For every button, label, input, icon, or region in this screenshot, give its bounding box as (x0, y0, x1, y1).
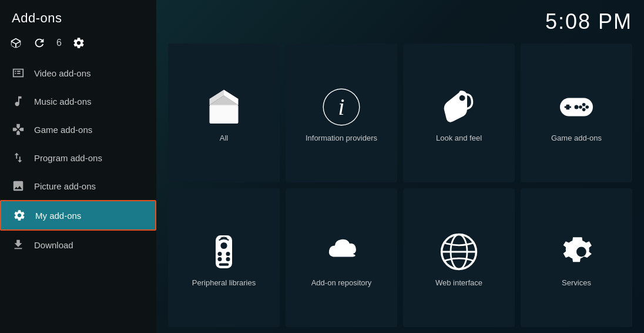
sidebar-item-program[interactable]: Program add-ons (0, 144, 156, 172)
sidebar-item-game[interactable]: Game add-ons (0, 115, 156, 144)
grid-item-services-label: Services (562, 278, 591, 287)
video-icon (11, 65, 26, 81)
svg-point-16 (582, 108, 586, 111)
grid-item-services[interactable]: Services (521, 188, 632, 327)
sidebar-toolbar: 6 (0, 32, 156, 59)
remote-icon (203, 231, 244, 272)
main-content: 5:08 PM All (156, 0, 644, 333)
svg-point-18 (575, 105, 579, 109)
sidebar-item-my-addons-label: My add-ons (35, 211, 81, 221)
info-icon: i (321, 86, 362, 128)
box-icon (203, 86, 244, 128)
grid-item-all[interactable]: All (168, 44, 280, 182)
svg-rect-13 (565, 106, 571, 108)
update-badge-wrap: 6 (56, 38, 62, 48)
my-addons-icon (12, 208, 27, 223)
grid-item-all-label: All (220, 134, 228, 142)
gamepad-nav-icon (11, 122, 26, 137)
addon-grid: All i Information providers (168, 44, 632, 327)
grid-item-repo[interactable]: Add-on repository (286, 188, 397, 327)
look-icon (438, 86, 479, 128)
picture-icon (11, 178, 26, 194)
grid-item-peripheral[interactable]: Peripheral libraries (168, 188, 280, 327)
svg-point-15 (585, 105, 589, 109)
grid-item-game-label: Game add-ons (551, 134, 602, 142)
grid-item-game-addons[interactable]: Game add-ons (521, 44, 632, 182)
sidebar-item-video[interactable]: Video add-ons (0, 59, 156, 87)
svg-rect-25 (219, 263, 229, 265)
gear-icon (556, 231, 597, 272)
sidebar-item-download-label: Download (34, 240, 73, 250)
svg-point-22 (226, 252, 230, 256)
svg-point-20 (220, 242, 227, 248)
clock: 5:08 PM (545, 9, 632, 34)
grid-item-info[interactable]: i Information providers (286, 44, 397, 182)
refresh-icon[interactable] (33, 36, 46, 49)
page-title: Add-ons (0, 0, 156, 32)
program-icon (11, 150, 26, 165)
install-icon[interactable] (9, 36, 22, 49)
grid-item-look-label: Look and feel (436, 134, 482, 142)
sidebar-item-picture[interactable]: Picture add-ons (0, 172, 156, 200)
sidebar-item-video-label: Video add-ons (34, 68, 90, 78)
sidebar-item-download[interactable]: Download (0, 231, 156, 259)
grid-item-peripheral-label: Peripheral libraries (192, 278, 256, 287)
svg-point-14 (582, 103, 586, 106)
grid-item-web[interactable]: Web interface (403, 188, 515, 327)
grid-item-repo-label: Add-on repository (311, 278, 372, 287)
sidebar-item-my-addons[interactable]: My add-ons (0, 200, 156, 231)
grid-item-look[interactable]: Look and feel (403, 44, 515, 182)
svg-point-17 (579, 105, 582, 109)
gamepad-icon (556, 86, 597, 128)
sidebar-nav: Video add-ons Music add-ons Game add-ons (0, 59, 156, 333)
sidebar-item-program-label: Program add-ons (34, 153, 102, 163)
svg-rect-6 (210, 105, 238, 123)
svg-point-23 (218, 257, 222, 261)
download-icon (11, 237, 26, 252)
sidebar-item-game-label: Game add-ons (34, 125, 92, 135)
music-icon (11, 94, 26, 109)
svg-point-24 (226, 257, 230, 261)
sidebar-item-picture-label: Picture add-ons (34, 181, 96, 191)
svg-point-10 (459, 95, 465, 101)
svg-point-21 (218, 252, 222, 256)
sidebar-item-music[interactable]: Music add-ons (0, 87, 156, 115)
sidebar-item-music-label: Music add-ons (34, 96, 92, 106)
update-count: 6 (56, 38, 62, 48)
main-header: 5:08 PM (168, 9, 632, 34)
globe-icon (438, 231, 479, 272)
settings-icon[interactable] (72, 36, 85, 49)
cloud-icon (321, 231, 362, 272)
sidebar: Add-ons 6 (0, 0, 156, 333)
grid-item-web-label: Web interface (435, 278, 482, 287)
grid-item-info-label: Information providers (306, 134, 377, 142)
svg-text:i: i (338, 93, 344, 119)
